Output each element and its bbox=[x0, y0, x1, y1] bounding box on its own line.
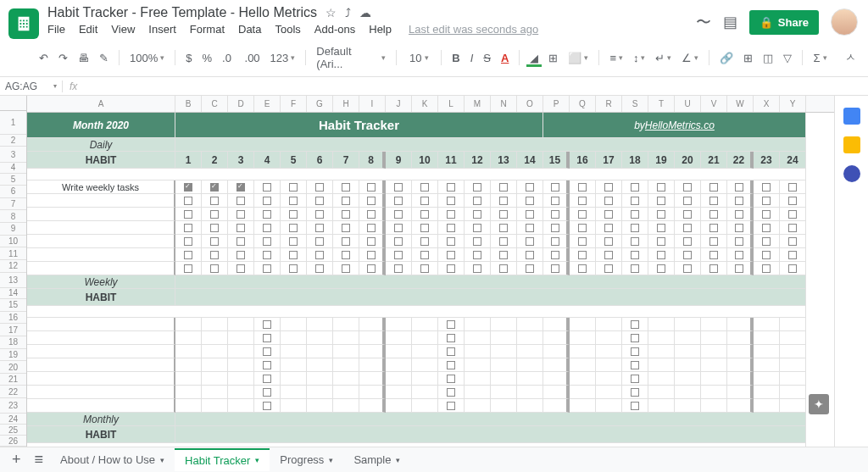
cell[interactable] bbox=[517, 372, 543, 386]
col-header[interactable]: I bbox=[359, 96, 386, 112]
checkbox[interactable] bbox=[438, 399, 465, 413]
row-header[interactable]: 2 bbox=[0, 135, 26, 147]
checkbox[interactable] bbox=[438, 221, 465, 235]
checkbox[interactable] bbox=[754, 262, 780, 275]
cell[interactable] bbox=[202, 386, 228, 399]
checkbox[interactable] bbox=[622, 399, 648, 413]
cell[interactable] bbox=[570, 358, 596, 372]
checkbox[interactable] bbox=[333, 221, 359, 235]
link-button[interactable]: 🔗 bbox=[716, 49, 737, 67]
cell[interactable] bbox=[281, 372, 307, 386]
checkbox[interactable] bbox=[281, 180, 307, 194]
checkbox[interactable] bbox=[254, 386, 281, 399]
cell[interactable] bbox=[359, 372, 386, 386]
day-header[interactable]: 14 bbox=[517, 152, 543, 169]
checkbox[interactable] bbox=[622, 194, 648, 208]
checkbox[interactable] bbox=[465, 194, 491, 208]
col-header[interactable]: J bbox=[386, 96, 412, 112]
checkbox[interactable] bbox=[543, 235, 570, 248]
checkbox[interactable] bbox=[254, 180, 281, 194]
cell[interactable] bbox=[491, 358, 517, 372]
checkbox[interactable] bbox=[254, 208, 281, 221]
cell[interactable] bbox=[359, 386, 386, 399]
habit-name[interactable] bbox=[27, 262, 175, 275]
checkbox[interactable] bbox=[281, 221, 307, 235]
checkbox[interactable] bbox=[570, 180, 596, 194]
cell[interactable] bbox=[202, 318, 228, 331]
cell[interactable] bbox=[491, 331, 517, 345]
col-header[interactable]: P bbox=[543, 96, 570, 112]
menu-tools[interactable]: Tools bbox=[275, 23, 300, 36]
cell[interactable] bbox=[412, 345, 438, 358]
checkbox[interactable] bbox=[254, 194, 281, 208]
col-header[interactable]: L bbox=[438, 96, 465, 112]
cell[interactable] bbox=[780, 399, 806, 413]
row-header[interactable]: 23 bbox=[0, 398, 26, 414]
row-header[interactable]: 9 bbox=[0, 223, 26, 236]
zoom-select[interactable]: 100% bbox=[126, 49, 168, 67]
cell[interactable] bbox=[754, 386, 780, 399]
checkbox[interactable] bbox=[386, 248, 412, 262]
sheet-tab-about[interactable]: About / How to Use▾ bbox=[50, 449, 175, 470]
cell[interactable] bbox=[780, 358, 806, 372]
cell[interactable] bbox=[307, 331, 333, 345]
cell[interactable] bbox=[596, 318, 622, 331]
checkbox[interactable] bbox=[648, 208, 675, 221]
textcolor-button[interactable]: A bbox=[498, 49, 512, 67]
checkbox[interactable] bbox=[780, 208, 806, 221]
checkbox[interactable] bbox=[596, 194, 622, 208]
habit-name[interactable] bbox=[27, 386, 175, 399]
cell[interactable] bbox=[307, 399, 333, 413]
day-header[interactable]: 6 bbox=[307, 152, 333, 169]
cell[interactable] bbox=[359, 345, 386, 358]
cell[interactable] bbox=[675, 372, 701, 386]
habit-name[interactable] bbox=[27, 358, 175, 372]
comment-button[interactable]: ⊞ bbox=[740, 49, 756, 67]
cell[interactable] bbox=[359, 358, 386, 372]
checkbox[interactable] bbox=[517, 208, 543, 221]
cell[interactable] bbox=[648, 318, 675, 331]
checkbox[interactable] bbox=[754, 194, 780, 208]
cell[interactable] bbox=[596, 331, 622, 345]
checkbox[interactable] bbox=[386, 235, 412, 248]
checkbox[interactable] bbox=[254, 221, 281, 235]
day-header[interactable]: 17 bbox=[596, 152, 622, 169]
cell[interactable] bbox=[570, 372, 596, 386]
tasks-icon[interactable] bbox=[843, 165, 860, 182]
cell[interactable] bbox=[202, 372, 228, 386]
menu-file[interactable]: File bbox=[47, 23, 65, 36]
cell[interactable] bbox=[543, 318, 570, 331]
cell[interactable] bbox=[465, 345, 491, 358]
cell[interactable] bbox=[386, 399, 412, 413]
checkbox[interactable] bbox=[491, 221, 517, 235]
cell[interactable] bbox=[465, 331, 491, 345]
cell[interactable] bbox=[228, 372, 254, 386]
cell[interactable] bbox=[780, 345, 806, 358]
cell[interactable] bbox=[570, 399, 596, 413]
cell[interactable] bbox=[596, 399, 622, 413]
menu-format[interactable]: Format bbox=[190, 23, 225, 36]
checkbox[interactable] bbox=[465, 262, 491, 275]
cell[interactable] bbox=[543, 399, 570, 413]
merge-button[interactable]: ⬜ bbox=[565, 49, 592, 67]
col-header[interactable]: Q bbox=[570, 96, 596, 112]
row-header[interactable]: 7 bbox=[0, 198, 26, 211]
checkbox[interactable] bbox=[517, 248, 543, 262]
calendar-icon[interactable] bbox=[843, 108, 860, 125]
row-header[interactable]: 6 bbox=[0, 186, 26, 198]
valign-button[interactable]: ↕ bbox=[630, 49, 649, 67]
cell[interactable] bbox=[386, 372, 412, 386]
checkbox[interactable] bbox=[438, 180, 465, 194]
paint-format-button[interactable]: ✎ bbox=[96, 49, 112, 67]
habit-name[interactable] bbox=[27, 248, 175, 262]
col-header[interactable]: K bbox=[412, 96, 438, 112]
dec-decimal-button[interactable]: .0 bbox=[219, 49, 237, 67]
cell[interactable] bbox=[412, 331, 438, 345]
cell[interactable] bbox=[228, 345, 254, 358]
checkbox[interactable] bbox=[517, 180, 543, 194]
checkbox[interactable] bbox=[727, 221, 754, 235]
cell[interactable] bbox=[412, 399, 438, 413]
checkbox[interactable] bbox=[780, 221, 806, 235]
cell[interactable] bbox=[517, 386, 543, 399]
day-header[interactable]: 15 bbox=[543, 152, 570, 169]
